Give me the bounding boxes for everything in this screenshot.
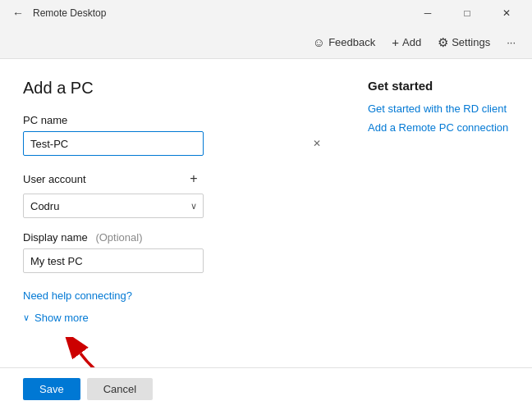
back-icon: ←	[12, 7, 24, 20]
toolbar: ☺ Feedback + Add ⚙ Settings ···	[0, 26, 532, 59]
feedback-label: Feedback	[328, 36, 375, 48]
add-icon: +	[392, 35, 399, 49]
get-started-link2[interactable]: Add a Remote PC connection	[368, 121, 516, 134]
more-icon: ···	[507, 36, 516, 48]
display-name-field-group: Display name (Optional)	[23, 231, 328, 273]
settings-button[interactable]: ⚙ Settings	[431, 32, 497, 53]
more-button[interactable]: ···	[500, 33, 522, 52]
feedback-icon: ☺	[313, 35, 325, 49]
minimize-button[interactable]: ─	[409, 0, 447, 26]
show-more-chevron-icon: ∨	[23, 312, 30, 323]
add-user-icon: +	[190, 171, 197, 186]
show-more-row[interactable]: ∨ Show more	[23, 312, 328, 324]
clear-icon: ✕	[313, 138, 321, 149]
add-button[interactable]: + Add	[385, 32, 428, 52]
footer: Save Cancel	[0, 367, 532, 410]
pc-name-clear-button[interactable]: ✕	[310, 137, 323, 150]
get-started-link1[interactable]: Get started with the RD client	[368, 102, 516, 115]
cancel-button[interactable]: Cancel	[87, 378, 153, 400]
right-panel: Get started Get started with the RD clie…	[351, 59, 532, 367]
add-user-button[interactable]: +	[184, 169, 204, 189]
app-title: Remote Desktop	[33, 7, 409, 19]
user-account-label: User account	[23, 173, 86, 185]
user-account-select[interactable]: Codru	[23, 194, 204, 218]
user-account-select-wrapper: Codru ∨	[23, 194, 204, 218]
feedback-button[interactable]: ☺ Feedback	[306, 32, 382, 52]
save-button[interactable]: Save	[23, 378, 80, 400]
user-account-field-group: User account + Codru ∨	[23, 169, 328, 218]
pc-name-label: PC name	[23, 114, 328, 126]
red-arrow-icon	[56, 337, 154, 367]
arrow-annotation	[23, 337, 328, 367]
display-name-optional: (Optional)	[95, 231, 142, 244]
settings-icon: ⚙	[438, 35, 448, 50]
pc-name-input[interactable]	[23, 131, 204, 156]
form-panel: Add a PC PC name ✕ User account + Codru	[0, 59, 351, 367]
title-bar: ← Remote Desktop ─ □ ✕	[0, 0, 532, 26]
back-button[interactable]: ←	[7, 2, 30, 25]
display-name-input-wrapper	[23, 248, 328, 273]
maximize-button[interactable]: □	[448, 0, 486, 26]
help-link[interactable]: Need help connecting?	[23, 289, 132, 302]
page-title: Add a PC	[23, 79, 328, 98]
pc-name-field-group: PC name ✕	[23, 114, 328, 156]
settings-label: Settings	[452, 36, 490, 48]
display-name-input[interactable]	[23, 248, 204, 273]
user-account-header: User account +	[23, 169, 204, 189]
display-name-label: Display name (Optional)	[23, 231, 328, 244]
close-button[interactable]: ✕	[488, 0, 525, 26]
add-label: Add	[402, 36, 421, 48]
get-started-title: Get started	[368, 79, 516, 93]
show-more-label: Show more	[34, 312, 89, 324]
pc-name-input-wrapper: ✕	[23, 131, 328, 156]
main-content: Add a PC PC name ✕ User account + Codru	[0, 59, 532, 367]
window-controls: ─ □ ✕	[409, 0, 525, 26]
